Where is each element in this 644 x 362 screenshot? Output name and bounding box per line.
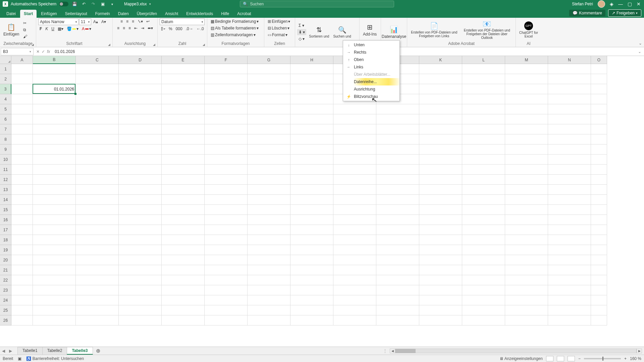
cell[interactable] <box>33 185 76 195</box>
cell[interactable] <box>548 195 591 205</box>
cell[interactable] <box>248 104 290 114</box>
cell[interactable] <box>333 235 376 245</box>
cell[interactable] <box>290 144 333 155</box>
cell[interactable] <box>33 215 76 225</box>
cell[interactable] <box>419 305 462 315</box>
font-name-combo[interactable]: Aptos Narrow▾ <box>38 18 78 25</box>
cell[interactable] <box>11 94 33 104</box>
cell[interactable] <box>591 94 607 104</box>
fill-menu-item[interactable]: ↑Oben <box>343 56 399 63</box>
cell[interactable] <box>76 84 119 94</box>
normal-view-button[interactable] <box>546 356 553 361</box>
cell[interactable] <box>290 275 333 285</box>
cell[interactable] <box>591 134 607 144</box>
cell[interactable] <box>248 275 290 285</box>
tab-daten[interactable]: Daten <box>114 10 132 18</box>
cell[interactable] <box>248 64 290 74</box>
cell[interactable] <box>162 285 205 295</box>
cell[interactable] <box>205 265 248 275</box>
cell[interactable] <box>119 134 162 144</box>
align-left-button[interactable]: ≡ <box>116 25 121 31</box>
cell[interactable] <box>33 275 76 285</box>
cell[interactable] <box>505 305 548 315</box>
cell[interactable] <box>76 225 119 235</box>
cell[interactable] <box>248 185 290 195</box>
row-header[interactable]: 4 <box>0 94 11 104</box>
row-header[interactable]: 22 <box>0 275 11 285</box>
delete-cells-button[interactable]: ⊟Löschen ▾ <box>266 25 291 31</box>
cell[interactable] <box>11 275 33 285</box>
cell[interactable] <box>591 225 607 235</box>
cell[interactable] <box>333 134 376 144</box>
fill-color-button[interactable]: 🪣▾ <box>65 26 80 32</box>
cell[interactable] <box>248 315 290 325</box>
cell[interactable] <box>33 64 76 74</box>
cell[interactable] <box>419 285 462 295</box>
undo-icon[interactable]: ↶ <box>80 1 87 7</box>
cell[interactable] <box>419 225 462 235</box>
cell[interactable] <box>548 245 591 255</box>
wrap-text-button[interactable]: ↩ <box>145 18 151 24</box>
create-pdf-outlook-button[interactable]: 📧Erstellen von PDF-Dateien und Freigeben… <box>461 19 514 40</box>
column-header[interactable]: F <box>205 56 248 64</box>
cell[interactable] <box>419 295 462 305</box>
row-header[interactable]: 15 <box>0 205 11 215</box>
cell[interactable] <box>376 235 419 245</box>
cell[interactable] <box>505 124 548 134</box>
cell[interactable] <box>11 165 33 175</box>
cell[interactable] <box>548 104 591 114</box>
cell[interactable] <box>290 295 333 305</box>
cell[interactable] <box>376 315 419 325</box>
row-header[interactable]: 18 <box>0 235 11 245</box>
cell[interactable] <box>591 155 607 165</box>
copy-button[interactable]: ⧉ <box>22 27 29 33</box>
sheet-tab[interactable]: Tabelle2 <box>42 347 67 355</box>
cell[interactable] <box>11 155 33 165</box>
cell[interactable] <box>33 285 76 295</box>
cell[interactable] <box>591 275 607 285</box>
page-layout-view-button[interactable] <box>557 356 564 361</box>
cell[interactable] <box>205 195 248 205</box>
column-header[interactable]: K <box>419 56 462 64</box>
cell[interactable] <box>162 205 205 215</box>
format-painter-button[interactable]: 🖌 <box>22 34 29 40</box>
cell[interactable] <box>33 225 76 235</box>
cell[interactable] <box>76 165 119 175</box>
cell[interactable] <box>333 165 376 175</box>
cell[interactable] <box>162 215 205 225</box>
cell[interactable] <box>333 265 376 275</box>
cell[interactable] <box>333 205 376 215</box>
cell[interactable] <box>11 175 33 185</box>
cell[interactable] <box>333 144 376 155</box>
cell[interactable] <box>419 235 462 245</box>
cell[interactable] <box>162 114 205 124</box>
row-header[interactable]: 7 <box>0 124 11 134</box>
align-center-button[interactable]: ≡ <box>121 25 126 31</box>
cell[interactable] <box>119 124 162 134</box>
cell[interactable] <box>162 245 205 255</box>
sheet-tab[interactable]: Tabelle1 <box>17 347 43 355</box>
zoom-level[interactable]: 160 % <box>630 356 641 361</box>
fill-menu-item[interactable]: ↓Unten <box>343 41 399 49</box>
cell[interactable] <box>505 114 548 124</box>
sort-filter-button[interactable]: ⇅Sortieren und <box>308 25 330 39</box>
cell[interactable] <box>376 134 419 144</box>
cell[interactable] <box>419 104 462 114</box>
cell[interactable] <box>162 165 205 175</box>
decrease-font-button[interactable]: A▾ <box>100 18 107 25</box>
cell[interactable] <box>162 185 205 195</box>
underline-button[interactable]: U <box>50 26 56 32</box>
cell[interactable] <box>11 195 33 205</box>
cell[interactable] <box>11 185 33 195</box>
collapse-ribbon-icon[interactable]: ⌄ <box>639 41 642 46</box>
cell[interactable] <box>548 215 591 225</box>
row-header[interactable]: 5 <box>0 104 11 114</box>
fill-handle[interactable] <box>74 93 76 95</box>
cell[interactable] <box>462 195 505 205</box>
cell[interactable] <box>376 114 419 124</box>
cell[interactable] <box>591 305 607 315</box>
dialog-launcher-icon[interactable]: ◢ <box>108 43 110 46</box>
cell[interactable] <box>462 155 505 165</box>
column-header[interactable]: O <box>591 56 607 64</box>
hscroll-right-button[interactable]: ▶ <box>637 349 642 353</box>
